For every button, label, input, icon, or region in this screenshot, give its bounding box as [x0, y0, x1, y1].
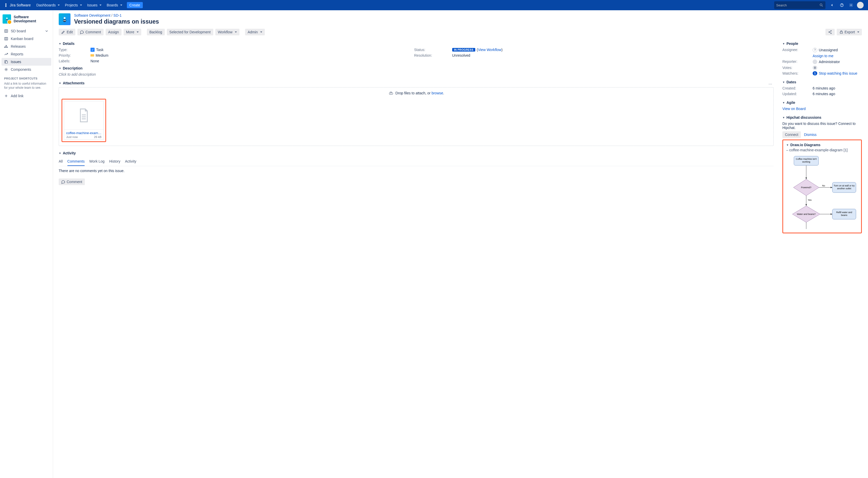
agile-header[interactable]: ▼Agile	[782, 100, 862, 104]
attachments-dropzone[interactable]: Drop files to attach, or browse. coffee-…	[59, 87, 774, 146]
votes-label: Votes:	[782, 66, 811, 70]
attachments-more-icon[interactable]: ⋯	[769, 82, 772, 86]
details-header[interactable]: ▼Details	[59, 41, 774, 46]
dates-header[interactable]: ▼Dates	[782, 80, 862, 84]
add-link[interactable]: Add link	[2, 92, 51, 99]
pencil-icon	[61, 30, 65, 34]
tab-history[interactable]: History	[109, 157, 121, 166]
breadcrumb-project[interactable]: Software Development	[74, 13, 111, 18]
status-value: IN PROGRESS(View Workflow)	[452, 48, 774, 52]
hipchat-prompt: Do you want to discuss this issue? Conne…	[782, 122, 862, 130]
view-on-board-link[interactable]: View on Board	[782, 107, 806, 111]
svg-rect-29	[840, 32, 842, 33]
svg-point-23	[65, 20, 66, 21]
drawio-panel: ▼Draw.io Diagrams – coffee-machine-examp…	[782, 140, 862, 233]
workflow-button[interactable]: Workflow	[215, 29, 240, 35]
svg-point-20	[64, 17, 66, 19]
create-button[interactable]: Create	[127, 2, 143, 8]
project-name: Software Development	[13, 15, 49, 23]
user-avatar[interactable]	[856, 1, 864, 9]
more-button[interactable]: More	[124, 29, 141, 35]
drawio-header[interactable]: ▼Draw.io Diagrams	[786, 143, 858, 147]
nav-boards[interactable]: Boards	[104, 0, 125, 10]
created-value: 6 minutes ago	[813, 86, 862, 90]
attachments-header[interactable]: ▼Attachments	[59, 81, 774, 85]
drawio-diagram[interactable]: Coffee machine isn'tworking Powered? No …	[787, 155, 858, 229]
issue-toolbar: Edit Comment Assign More Backlog Selecte…	[59, 29, 862, 35]
svg-text:Water and beans?: Water and beans?	[797, 213, 815, 215]
updated-label: Updated:	[782, 92, 811, 96]
assign-button[interactable]: Assign	[105, 29, 122, 35]
svg-point-25	[829, 32, 829, 33]
add-comment-button[interactable]: Comment	[59, 178, 85, 185]
sidebar-item-releases[interactable]: Releases	[2, 42, 51, 50]
help-icon[interactable]	[838, 1, 846, 9]
browse-link[interactable]: browse	[431, 91, 443, 95]
tab-activity[interactable]: Activity	[125, 157, 136, 166]
svg-point-24	[831, 31, 831, 31]
tab-comments[interactable]: Comments	[67, 157, 85, 166]
jira-logo[interactable]: Jira Software	[4, 3, 31, 7]
type-value: ✓Task	[91, 48, 412, 52]
file-icon	[64, 101, 103, 129]
edit-button[interactable]: Edit	[59, 29, 75, 35]
attachment-name: coffee-machine-example-…	[66, 131, 101, 135]
svg-point-4	[850, 5, 851, 6]
attachment-time: Just now	[66, 136, 78, 139]
svg-line-1	[822, 6, 823, 6]
admin-button[interactable]: Admin	[245, 29, 265, 35]
selected-dev-button[interactable]: Selected for Development	[167, 29, 213, 35]
description-placeholder[interactable]: Click to add description	[59, 72, 774, 77]
top-nav: Jira Software Dashboards Projects Issues…	[0, 0, 868, 10]
settings-icon[interactable]	[847, 1, 855, 9]
svg-point-7	[6, 20, 7, 21]
tab-all[interactable]: All	[59, 157, 63, 166]
no-comments: There are no comments yet on this issue.	[59, 166, 774, 177]
backlog-button[interactable]: Backlog	[147, 29, 165, 35]
nav-projects[interactable]: Projects	[62, 0, 85, 10]
feedback-icon[interactable]	[829, 1, 837, 9]
nav-dashboards[interactable]: Dashboards	[34, 0, 63, 10]
nav-issues[interactable]: Issues	[85, 0, 104, 10]
svg-text:Yes: Yes	[808, 199, 812, 201]
search-input[interactable]	[776, 3, 819, 7]
tab-worklog[interactable]: Work Log	[89, 157, 104, 166]
breadcrumb-key[interactable]: SD-1	[113, 13, 122, 18]
lock-icon	[839, 30, 843, 34]
svg-point-5	[6, 18, 8, 19]
svg-text:Powered?: Powered?	[801, 186, 812, 189]
sidebar-item-issues[interactable]: Issues	[2, 58, 51, 66]
svg-point-26	[831, 33, 831, 34]
svg-point-17	[6, 69, 7, 70]
svg-point-22	[64, 20, 65, 21]
hipchat-connect-button[interactable]: Connect	[782, 131, 801, 138]
svg-point-0	[820, 4, 822, 6]
unassigned-icon: ?	[813, 48, 817, 52]
status-label: Status:	[414, 48, 450, 52]
main-content: Software Development / SD-1 Versioned di…	[53, 10, 868, 478]
hipchat-dismiss-link[interactable]: Dismiss	[804, 132, 816, 137]
created-label: Created:	[782, 86, 811, 90]
reporter-value: Administrator	[813, 59, 862, 64]
view-workflow-link[interactable]: View Workflow	[478, 48, 501, 52]
sidebar-item-board[interactable]: SD board	[2, 27, 51, 35]
search-box[interactable]	[774, 1, 826, 9]
sidebar-item-components[interactable]: Components	[2, 66, 51, 73]
sidebar-item-reports[interactable]: Reports	[2, 50, 51, 58]
export-button[interactable]: Export	[837, 29, 862, 35]
stop-watching-link[interactable]: Stop watching this issue	[819, 71, 857, 76]
hipchat-header[interactable]: ▼Hipchat discussions	[782, 115, 862, 119]
activity-header[interactable]: ▼Activity	[59, 151, 774, 155]
description-header[interactable]: ▼Description	[59, 66, 774, 70]
shortcuts-title: PROJECT SHORTCUTS	[2, 73, 51, 81]
project-avatar	[3, 14, 11, 24]
attachment-tile[interactable]: coffee-machine-example-… Just now26 kB	[62, 99, 106, 142]
comment-button-top[interactable]: Comment	[78, 29, 103, 35]
sidebar-item-kanban[interactable]: Kanban board	[2, 35, 51, 42]
issue-title: Versioned diagrams on issues	[74, 18, 159, 25]
type-label: Type:	[59, 48, 88, 52]
share-button[interactable]	[826, 29, 835, 35]
watchers-value: 1Stop watching this issue	[813, 71, 862, 76]
people-header[interactable]: ▼People	[782, 41, 862, 46]
assign-to-me-link[interactable]: Assign to me	[813, 54, 833, 58]
